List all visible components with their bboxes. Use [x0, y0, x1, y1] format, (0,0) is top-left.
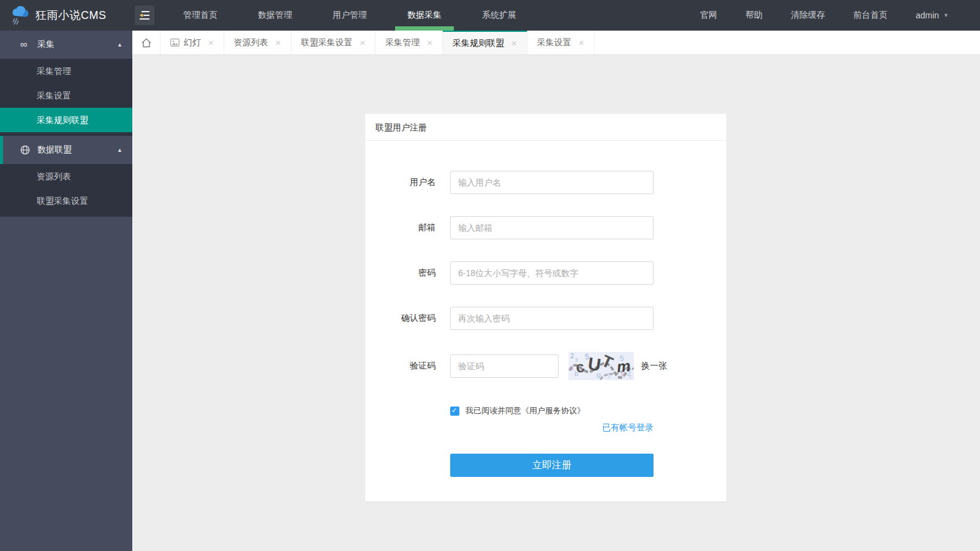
tab-collect-settings[interactable]: 采集设置 × — [527, 31, 595, 54]
main-nav: 管理首页 数据管理 用户管理 数据采集 系统扩展 — [163, 0, 537, 31]
top-header: 狂雨小说CMS 管理首页 数据管理 用户管理 数据采集 系统扩展 官网 帮助 清… — [0, 0, 980, 31]
user-service-agreement-link[interactable]: 《用户服务协议》 — [521, 405, 585, 416]
tab-slideshow[interactable]: 幻灯 × — [160, 31, 224, 54]
close-tab-icon[interactable]: × — [511, 39, 517, 48]
sidebar-item-collect-management[interactable]: 采集管理 — [0, 59, 132, 83]
captcha-noise-char: T — [628, 374, 632, 380]
nav-item-frontend-home[interactable]: 前台首页 — [845, 0, 896, 31]
nav-item-admin-home[interactable]: 管理首页 — [171, 0, 230, 31]
tab-label: 采集规则联盟 — [453, 38, 504, 49]
captcha-noise-char: d — [570, 364, 573, 372]
form-row-confirm-password: 确认密码 — [365, 307, 726, 330]
email-label: 邮箱 — [365, 222, 435, 233]
register-card: 联盟用户注册 用户名 邮箱 密码 确认密码 验证码 — [365, 114, 726, 501]
password-label: 密码 — [365, 268, 435, 279]
user-name: admin — [916, 10, 939, 20]
sidebar-section-data-alliance[interactable]: 数据联盟 ▲ — [0, 136, 132, 164]
main-content: 联盟用户注册 用户名 邮箱 密码 确认密码 验证码 — [132, 56, 980, 551]
username-label: 用户名 — [365, 177, 435, 188]
card-title: 联盟用户注册 — [365, 114, 726, 141]
existing-account-login-link[interactable]: 已有帐号登录 — [602, 422, 654, 432]
captcha-noise-char: 1 — [607, 372, 611, 379]
tab-label: 采集管理 — [385, 37, 420, 48]
nav-item-user-management[interactable]: 用户管理 — [320, 0, 379, 31]
tab-resource-list[interactable]: 资源列表 × — [224, 31, 292, 54]
nav-item-data-management[interactable]: 数据管理 — [246, 0, 304, 31]
nav-item-clear-cache[interactable]: 清除缓存 — [782, 0, 834, 31]
globe-icon — [20, 145, 34, 155]
nav-item-data-collection[interactable]: 数据采集 — [395, 0, 454, 31]
sidebar-submenu-collect: 采集管理 采集设置 采集规则联盟 — [0, 59, 132, 136]
close-tab-icon[interactable]: × — [427, 38, 432, 47]
captcha-char: m — [616, 357, 631, 376]
sidebar: ∞ 采集 ▲ 采集管理 采集设置 采集规则联盟 数据联盟 ▲ 资源列表 联盟采集… — [0, 31, 132, 551]
tab-label: 采集设置 — [537, 37, 571, 48]
caret-down-icon: ▼ — [943, 12, 949, 18]
header-spacer — [537, 0, 686, 31]
collapse-menu-icon — [139, 10, 150, 20]
captcha-input[interactable] — [450, 354, 559, 378]
register-submit-button[interactable]: 立即注册 — [450, 454, 654, 477]
home-icon — [141, 37, 152, 48]
captcha-noise-char: 2 — [570, 352, 574, 359]
sidebar-section-label: 采集 — [37, 39, 55, 50]
agreement-checkbox[interactable] — [450, 407, 459, 416]
close-tab-icon[interactable]: × — [579, 38, 584, 47]
email-input[interactable] — [450, 216, 654, 239]
app-title: 狂雨小说CMS — [36, 8, 107, 23]
sidebar-section-label: 数据联盟 — [37, 144, 72, 156]
image-icon — [170, 39, 179, 47]
tab-alliance-collect-settings[interactable]: 联盟采集设置 × — [292, 31, 376, 54]
sidebar-item-collect-rule-alliance[interactable]: 采集规则联盟 — [0, 108, 132, 132]
form-row-captcha: 验证码 2 x 5 d b 4 u 1 5 6 — [365, 352, 726, 380]
form-row-email: 邮箱 — [365, 216, 726, 239]
tab-label: 资源列表 — [234, 37, 268, 48]
login-link-row: 已有帐号登录 — [450, 422, 654, 434]
sidebar-section-collect[interactable]: ∞ 采集 ▲ — [0, 31, 132, 59]
nav-item-help[interactable]: 帮助 — [737, 0, 771, 31]
sidebar-submenu-data-alliance: 资源列表 联盟采集设置 — [0, 164, 132, 217]
form-row-password: 密码 — [365, 261, 726, 285]
tab-bar: 幻灯 × 资源列表 × 联盟采集设置 × 采集管理 × 采集规则联盟 × 采集设… — [132, 31, 980, 55]
close-tab-icon[interactable]: × — [208, 38, 214, 47]
infinity-icon: ∞ — [20, 39, 34, 50]
sidebar-item-resource-list[interactable]: 资源列表 — [0, 164, 132, 189]
tab-collect-rule-alliance[interactable]: 采集规则联盟 × — [443, 31, 527, 54]
sidebar-collapse-button[interactable] — [135, 6, 154, 25]
agreement-text: 我已阅读并同意 — [466, 405, 521, 416]
tab-home[interactable] — [132, 31, 160, 54]
captcha-label: 验证码 — [365, 361, 435, 372]
username-input[interactable] — [450, 171, 654, 194]
caret-up-icon: ▲ — [117, 42, 123, 48]
close-tab-icon[interactable]: × — [276, 38, 281, 47]
tab-collect-management[interactable]: 采集管理 × — [375, 31, 443, 54]
confirm-password-input[interactable] — [450, 307, 654, 330]
captcha-image[interactable]: 2 x 5 d b 4 u 1 5 6 2 T c U T m — [568, 352, 634, 380]
caret-up-icon: ▲ — [117, 147, 123, 153]
nav-item-official-site[interactable]: 官网 — [692, 0, 726, 31]
form-row-username: 用户名 — [365, 171, 726, 194]
confirm-password-label: 确认密码 — [365, 313, 435, 324]
header-right-nav: 官网 帮助 清除缓存 前台首页 admin ▼ — [686, 0, 980, 31]
close-tab-icon[interactable]: × — [360, 38, 366, 47]
user-menu[interactable]: admin ▼ — [907, 0, 957, 31]
nav-item-system-extension[interactable]: 系统扩展 — [470, 0, 529, 31]
sidebar-item-collect-settings[interactable]: 采集设置 — [0, 83, 132, 108]
app-logo: 狂雨小说CMS — [0, 0, 132, 31]
tab-label: 幻灯 — [184, 37, 201, 48]
agreement-row: 我已阅读并同意 《用户服务协议》 — [450, 405, 726, 417]
sidebar-item-alliance-collect-settings[interactable]: 联盟采集设置 — [0, 189, 132, 213]
captcha-refresh-link[interactable]: 换一张 — [641, 361, 667, 372]
password-input[interactable] — [450, 261, 654, 285]
rain-cloud-logo-icon — [10, 5, 31, 26]
register-form: 用户名 邮箱 密码 确认密码 验证码 — [365, 141, 726, 501]
tab-label: 联盟采集设置 — [301, 37, 353, 48]
